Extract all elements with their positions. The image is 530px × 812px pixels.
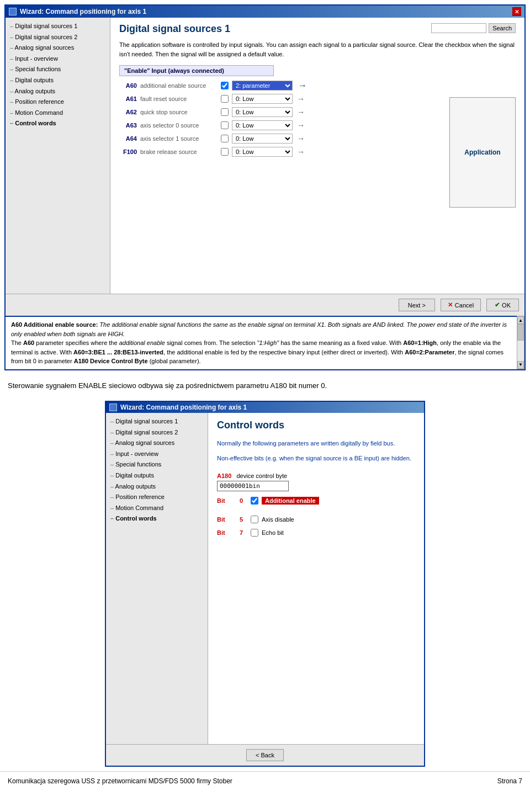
bit-name-0: Additional enable bbox=[262, 497, 319, 505]
sw-sidebar-posref[interactable]: Position reference bbox=[108, 492, 205, 503]
desc-text2: The A60 parameter specifies where the ad… bbox=[11, 339, 504, 364]
bit-row-7: Bit 7 Echo bit bbox=[217, 529, 415, 537]
search-button[interactable]: Search bbox=[489, 23, 516, 33]
footer-left-text: Komunikacja szeregowa USS z przetwornica… bbox=[8, 777, 232, 785]
bit-name-5: Axis disable bbox=[262, 516, 294, 523]
cw-desc1: Normally the following parameters are wr… bbox=[217, 439, 415, 448]
second-wizard-body: Digital signal sources 1 Digital signal … bbox=[106, 413, 424, 744]
param-code: A180 bbox=[217, 473, 231, 479]
signal-checkbox-a60[interactable] bbox=[221, 82, 229, 89]
signal-checkbox-f100[interactable] bbox=[221, 148, 229, 156]
second-titlebar-left: Wizard: Command positioning for axis 1 bbox=[109, 404, 247, 411]
signal-label-a60: additional enable source bbox=[140, 82, 218, 89]
second-wizard-title: Wizard: Command positioning for axis 1 bbox=[120, 404, 247, 411]
param-input-a180[interactable] bbox=[217, 481, 289, 491]
signal-checkbox-a63[interactable] bbox=[221, 121, 229, 129]
sw-sidebar-analog[interactable]: Analog signal sources bbox=[108, 438, 205, 449]
bit-num-7: 7 bbox=[240, 529, 247, 536]
cancel-label: Cancel bbox=[455, 302, 474, 309]
second-wizard-icon bbox=[109, 404, 117, 411]
signal-code-a62: A62 bbox=[119, 109, 137, 115]
bit-num-0: 0 bbox=[240, 497, 247, 504]
close-button[interactable]: ✕ bbox=[512, 7, 521, 16]
bit-label-5: Bit bbox=[217, 516, 236, 523]
sidebar-item-digout[interactable]: Digital outputs bbox=[8, 75, 108, 86]
back-button[interactable]: < Back bbox=[246, 749, 284, 761]
sw-sidebar-controlwords[interactable]: Control words bbox=[108, 513, 205, 524]
sidebar-item-input[interactable]: Input - overview bbox=[8, 54, 108, 65]
bit-checkbox-5[interactable] bbox=[251, 516, 258, 523]
enable-row: A60 additional enable source 2: paramete… bbox=[119, 81, 516, 208]
param-label-a180: A180 device control byte bbox=[217, 473, 415, 479]
scroll-track bbox=[517, 324, 524, 361]
signal-checkbox-a64[interactable] bbox=[221, 135, 229, 142]
bit-name-7: Echo bit bbox=[262, 529, 284, 536]
footer-right-text: Strona 7 bbox=[497, 777, 522, 785]
sidebar-item-analog[interactable]: Analog signal sources bbox=[8, 43, 108, 54]
application-label: Application bbox=[464, 148, 500, 156]
scroll-up-arrow[interactable]: ▲ bbox=[517, 316, 524, 324]
sw-sidebar-input[interactable]: Input - overview bbox=[108, 449, 205, 460]
sidebar-item-posref[interactable]: Position reference bbox=[8, 97, 108, 108]
description-text: The application software is controlled b… bbox=[119, 40, 516, 59]
second-wizard-sidebar: Digital signal sources 1 Digital signal … bbox=[106, 413, 208, 744]
signal-label-a63: axis selector 0 source bbox=[140, 122, 218, 129]
bit-label-7: Bit bbox=[217, 529, 236, 536]
desc-bold: A60 Additional enable source: bbox=[11, 321, 98, 328]
desc-scrollbar[interactable]: ▲ ▼ bbox=[517, 316, 524, 369]
signal-dropdown-a62[interactable]: 0: Low bbox=[232, 107, 293, 117]
sw-sidebar-digout[interactable]: Digital outputs bbox=[108, 470, 205, 481]
separator-text: Sterowanie sygnałem ENABLE sieciowo odby… bbox=[0, 375, 530, 397]
second-wizard-footer: < Back bbox=[106, 744, 424, 766]
bit-row-5: Bit 5 Axis disable bbox=[217, 516, 415, 523]
second-wizard-titlebar: Wizard: Command positioning for axis 1 bbox=[106, 402, 424, 413]
signal-code-a64: A64 bbox=[119, 135, 137, 142]
scroll-down-arrow[interactable]: ▼ bbox=[517, 361, 524, 369]
cancel-button[interactable]: ✕ Cancel bbox=[441, 299, 481, 311]
next-button[interactable]: Next > bbox=[399, 299, 435, 311]
sw-sidebar-digital1[interactable]: Digital signal sources 1 bbox=[108, 416, 205, 427]
sidebar-item-analogout[interactable]: Analog outputs bbox=[8, 86, 108, 97]
main-header: Digital signal sources 1 Search bbox=[119, 23, 516, 35]
sw-sidebar-motioncmd[interactable]: Motion Command bbox=[108, 503, 205, 514]
sw-sidebar-digital2[interactable]: Digital signal sources 2 bbox=[108, 427, 205, 438]
bit-label-0: Bit bbox=[217, 497, 236, 504]
signal-row-f100: F100 brake release source 0: Low → bbox=[119, 147, 449, 157]
sw-sidebar-analogout[interactable]: Analog outputs bbox=[108, 481, 205, 492]
page-footer: Komunikacja szeregowa USS z przetwornica… bbox=[0, 771, 530, 790]
signal-dropdown-a63[interactable]: 0: Low bbox=[232, 120, 293, 130]
bit-checkbox-0[interactable] bbox=[251, 497, 258, 505]
sidebar-item-motioncmd[interactable]: Motion Command bbox=[8, 108, 108, 119]
sidebar-item-digital2[interactable]: Digital signal sources 2 bbox=[8, 32, 108, 43]
sidebar-item-digital1[interactable]: Digital signal sources 1 bbox=[8, 21, 108, 32]
sidebar-item-special[interactable]: Special functions bbox=[8, 64, 108, 75]
cancel-x-icon: ✕ bbox=[448, 301, 453, 309]
ok-button[interactable]: ✔ OK bbox=[486, 299, 519, 311]
ok-label: OK bbox=[502, 302, 511, 309]
signal-row-a60: A60 additional enable source 2: paramete… bbox=[119, 81, 449, 91]
signal-code-a61: A61 bbox=[119, 95, 137, 102]
second-wizard-main: Control words Normally the following par… bbox=[208, 413, 424, 744]
signal-dropdown-a60[interactable]: 2: parameter 0: Low 1: High bbox=[232, 81, 293, 91]
bit-checkbox-7[interactable] bbox=[251, 529, 258, 537]
bit-row-0: Bit 0 Additional enable bbox=[217, 497, 415, 505]
desc-panel: A60 Additional enable source: The additi… bbox=[6, 316, 517, 369]
signal-dropdown-f100[interactable]: 0: Low bbox=[232, 147, 293, 157]
param-sublabel: device control byte bbox=[236, 473, 287, 479]
sidebar-item-controlwords[interactable]: Control words bbox=[8, 118, 108, 129]
signal-row-a64: A64 axis selector 1 source 0: Low → bbox=[119, 134, 449, 144]
signal-dropdown-a64[interactable]: 0: Low bbox=[232, 134, 293, 144]
search-input[interactable] bbox=[431, 23, 486, 33]
signal-row-a62: A62 quick stop source 0: Low → bbox=[119, 107, 449, 117]
sw-sidebar-special[interactable]: Special functions bbox=[108, 459, 205, 470]
top-wizard-main: Digital signal sources 1 Search The appl… bbox=[110, 18, 524, 294]
second-wizard-window: Wizard: Command positioning for axis 1 D… bbox=[105, 401, 425, 767]
top-wizard-footer: Next > ✕ Cancel ✔ OK bbox=[6, 294, 524, 316]
signal-row-a61: A61 fault reset source 0: Low → bbox=[119, 94, 449, 104]
enable-header: "Enable" Input (always connected) bbox=[119, 65, 274, 76]
signal-checkbox-a61[interactable] bbox=[221, 95, 229, 103]
scroll-thumb[interactable] bbox=[517, 324, 524, 341]
signal-checkbox-a62[interactable] bbox=[221, 108, 229, 116]
signal-label-a61: fault reset source bbox=[140, 95, 218, 102]
signal-dropdown-a61[interactable]: 0: Low bbox=[232, 94, 293, 104]
